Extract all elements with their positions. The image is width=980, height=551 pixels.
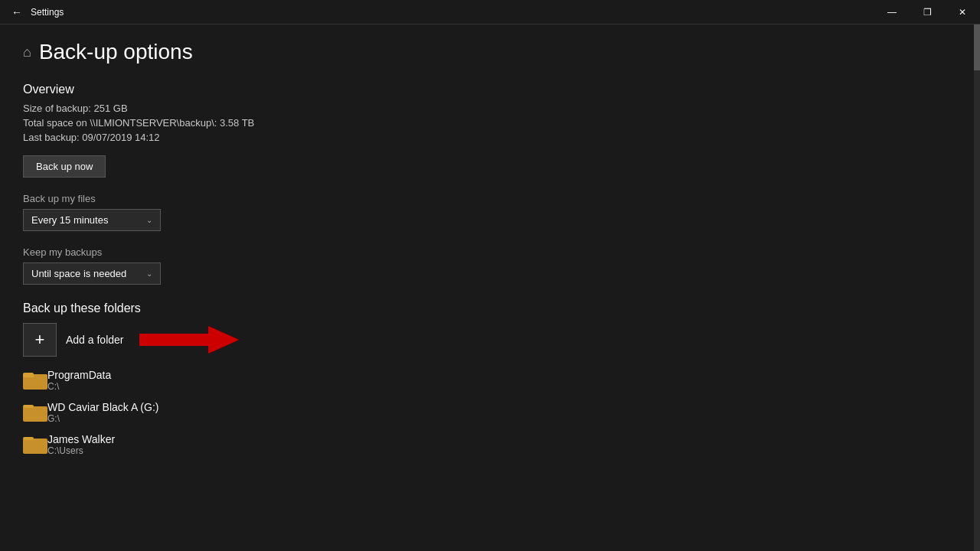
add-folder-label: Add a folder: [66, 334, 124, 346]
folders-section-title: Back up these folders: [23, 302, 951, 315]
folder-info: James Walker C:\Users: [47, 433, 115, 456]
list-item[interactable]: James Walker C:\Users: [23, 433, 951, 456]
folder-name: James Walker: [47, 433, 115, 445]
add-folder-row: + Add a folder: [23, 323, 951, 357]
keep-backups-section: Keep my backups Until space is needed ⌄: [23, 246, 951, 285]
close-button[interactable]: ✕: [945, 0, 980, 24]
folder-info: ProgramData C:\: [47, 369, 111, 392]
svg-rect-5: [23, 405, 34, 408]
page-header: ⌂ Back-up options: [23, 40, 951, 64]
back-up-files-value: Every 15 minutes: [31, 214, 108, 226]
last-backup: Last backup: 09/07/2019 14:12: [23, 132, 951, 143]
minimize-button[interactable]: —: [874, 0, 910, 24]
folder-path: C:\Users: [47, 445, 115, 456]
backup-size: Size of backup: 251 GB: [23, 103, 951, 114]
keep-backups-label: Keep my backups: [23, 246, 951, 258]
list-item[interactable]: WD Caviar Black A (G:) G:\: [23, 401, 951, 424]
folders-section: Back up these folders + Add a folder Pro…: [23, 302, 951, 456]
folder-path: G:\: [47, 413, 158, 424]
svg-marker-0: [139, 326, 239, 354]
svg-rect-6: [23, 439, 47, 454]
scrollbar[interactable]: [974, 24, 980, 551]
svg-rect-3: [23, 373, 34, 376]
folder-name: ProgramData: [47, 369, 111, 381]
add-folder-button[interactable]: +: [23, 323, 57, 357]
keep-backups-dropdown[interactable]: Until space is needed ⌄: [23, 262, 161, 285]
svg-rect-7: [23, 437, 34, 440]
folder-name: WD Caviar Black A (G:): [47, 401, 158, 413]
overview-section: Overview Size of backup: 251 GB Total sp…: [23, 83, 951, 178]
chevron-down-icon-2: ⌄: [146, 269, 152, 278]
page-title: Back-up options: [39, 40, 193, 64]
list-item[interactable]: ProgramData C:\: [23, 369, 951, 392]
back-up-files-dropdown[interactable]: Every 15 minutes ⌄: [23, 209, 161, 231]
total-space: Total space on \\ILMIONTSERVER\backup\: …: [23, 117, 951, 129]
back-up-now-button[interactable]: Back up now: [23, 155, 106, 178]
folder-icon: [23, 370, 47, 391]
red-arrow-indicator: [139, 324, 239, 355]
back-up-files-section: Back up my files Every 15 minutes ⌄: [23, 193, 951, 231]
folder-path: C:\: [47, 381, 111, 392]
back-up-files-label: Back up my files: [23, 193, 951, 204]
titlebar: ← Settings — ❐ ✕: [0, 0, 980, 24]
scrollbar-thumb[interactable]: [974, 24, 980, 70]
window-controls: — ❐ ✕: [874, 0, 980, 24]
folder-icon: [23, 434, 47, 455]
folder-info: WD Caviar Black A (G:) G:\: [47, 401, 158, 424]
main-content: ⌂ Back-up options Overview Size of backu…: [0, 24, 974, 551]
chevron-down-icon: ⌄: [146, 216, 152, 224]
svg-rect-4: [23, 406, 47, 422]
red-arrow-svg: [139, 324, 239, 355]
overview-title: Overview: [23, 83, 951, 96]
back-button[interactable]: ←: [9, 5, 24, 20]
folder-icon: [23, 402, 47, 423]
keep-backups-value: Until space is needed: [31, 268, 126, 279]
home-icon[interactable]: ⌂: [23, 44, 31, 60]
maximize-button[interactable]: ❐: [910, 0, 945, 24]
app-title: Settings: [31, 7, 64, 18]
